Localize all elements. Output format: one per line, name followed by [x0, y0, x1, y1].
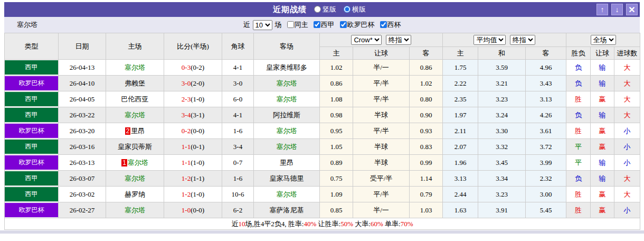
- home-team-cell: 塞尔塔: [106, 202, 164, 218]
- avg-draw-odds: 3.24: [478, 107, 526, 123]
- competition-filter-europa[interactable]: 欧罗巴杯: [336, 20, 375, 30]
- bookmaker-select[interactable]: Crow*: [351, 35, 382, 45]
- full-time-score: 0-3: [182, 63, 191, 71]
- avg-away-odds: 3.72: [526, 139, 566, 155]
- table-row: 西甲 26-04-05 巴伦西亚 2-3(1-0) 6-0 塞尔塔 1.08 平…: [5, 91, 640, 107]
- match-date: 26-03-16: [59, 139, 106, 155]
- result-handicap: 赢: [591, 91, 614, 107]
- header-group-row: 类型 日期 主场 比分(半场) 角球 客场 Crow* 终指 平均值 终指: [5, 33, 640, 47]
- crow-group-header: Crow* 终指: [320, 33, 443, 47]
- away-team-cell: 塞萨洛尼基: [254, 202, 320, 218]
- away-team-cell: 塞尔塔: [254, 76, 320, 91]
- avg-draw-odds: 3.21: [478, 76, 526, 91]
- vertical-radio[interactable]: [314, 6, 321, 13]
- home-team-cell: 巴伦西亚: [106, 91, 164, 107]
- home-team-cell: 塞尔塔: [106, 171, 164, 187]
- away-team-cell: 塞尔塔: [254, 187, 320, 202]
- move-down-button[interactable]: ↓: [611, 4, 623, 15]
- corners-cell: 6-2: [222, 202, 254, 218]
- score-cell: 1-2(1-1): [164, 171, 222, 187]
- summary-row: 近10场,胜4平2负4, 胜率:40% 让胜率:50% 大率:60% 单率:70…: [5, 218, 640, 230]
- layout-option-vertical[interactable]: 竖版: [314, 5, 336, 14]
- corners-cell: 0-7: [222, 155, 254, 171]
- results-table: 类型 日期 主场 比分(半场) 角球 客场 Crow* 终指 平均值 终指: [4, 33, 640, 230]
- home-team-name: 赫罗纳: [125, 190, 145, 198]
- full-time-score: 1-1: [182, 159, 191, 166]
- corners-cell: 1-6: [222, 171, 254, 187]
- half-time-score: (3-1): [191, 111, 204, 119]
- away-team-cell: 塞尔塔: [254, 123, 320, 139]
- summary-segment: 单率:: [383, 220, 401, 228]
- widget-title: 近期战绩: [273, 5, 307, 15]
- avg-home-odds: 2.22: [443, 76, 478, 91]
- subcol-crow-away: 客: [410, 47, 443, 60]
- competition-filter-copa[interactable]: 西杯: [376, 20, 401, 30]
- crow-away-odds: 0.80: [410, 91, 443, 107]
- col-header-corners: 角球: [222, 33, 254, 60]
- close-button[interactable]: ✕: [626, 4, 638, 15]
- average-select[interactable]: 平均值: [473, 35, 506, 45]
- half-time-score: (2-0): [191, 79, 204, 87]
- crow-home-odds: 0.89: [320, 155, 353, 171]
- avg-away-odds: 4.96: [526, 60, 566, 76]
- europa-checkbox[interactable]: [340, 21, 347, 28]
- horizontal-radio[interactable]: [344, 6, 351, 13]
- recent-count-select[interactable]: 10: [253, 20, 272, 30]
- crow-home-odds: 1.05: [320, 139, 353, 155]
- full-time-score: 2-3: [182, 95, 191, 103]
- avg-home-odds: 2.11: [443, 123, 478, 139]
- laliga-checkbox[interactable]: [314, 21, 320, 28]
- subcol-result-wdl: 胜负: [566, 47, 591, 60]
- avg-away-odds: 2.32: [526, 171, 566, 187]
- avg-home-odds: 1.96: [443, 155, 478, 171]
- match-date: 26-04-10: [59, 76, 106, 91]
- competition-cell: 欧罗巴杯: [5, 202, 59, 218]
- filter-bar: 塞尔塔 近 10 场 同主 西甲 欧罗巴杯 西杯: [4, 17, 640, 33]
- competition-filter-laliga[interactable]: 西甲: [309, 20, 335, 30]
- avg-home-odds: 1.97: [443, 107, 478, 123]
- home-team-name: 塞尔塔: [125, 206, 145, 214]
- result-goals: 大: [614, 91, 640, 107]
- fulltime-select[interactable]: 全场: [591, 35, 616, 45]
- half-time-score: (1-0): [191, 190, 204, 198]
- recent-suffix-label: 场: [275, 20, 282, 30]
- avg-draw-odds: 3.45: [478, 155, 526, 171]
- arrow-up-icon: ↑: [601, 5, 604, 14]
- same-home-checkbox[interactable]: [287, 21, 294, 28]
- match-date: 26-04-05: [59, 91, 106, 107]
- summary-segment: 40%: [304, 220, 316, 228]
- crow-away-odds: 1.03: [410, 202, 443, 218]
- fulltime-group-header: 全场: [566, 33, 640, 47]
- full-time-score: 3-4: [182, 111, 191, 119]
- full-time-score: 1-1: [182, 143, 191, 151]
- crow-handicap: 半球: [353, 139, 410, 155]
- corners-cell: 4-1: [222, 60, 254, 76]
- table-row: 西甲 26-03-22 塞尔塔 3-4(3-1) 4-1 阿拉维斯 0.98 半…: [5, 107, 640, 123]
- competition-badge: 西甲: [5, 108, 58, 122]
- home-team-name: 塞尔塔: [125, 63, 145, 71]
- copa-checkbox[interactable]: [380, 21, 387, 28]
- match-date: 26-02-27: [59, 202, 106, 218]
- filters: 近 10 场 同主 西甲 欧罗巴杯 西杯: [243, 20, 401, 30]
- result-handicap: 赢: [591, 139, 614, 155]
- summary-segment: 50%: [340, 220, 353, 228]
- avg-away-odds: 3.13: [526, 91, 566, 107]
- summary-segment: 10: [239, 220, 245, 228]
- crow-stage-select[interactable]: 终指: [386, 35, 411, 45]
- same-home-filter[interactable]: 同主: [283, 20, 308, 30]
- subcol-result-goals: 进球数: [614, 47, 640, 60]
- results-body: 西甲 26-04-13 塞尔塔 0-3(0-2) 4-1 皇家奥维耶多 1.02…: [5, 60, 640, 218]
- crow-handicap: 平/半: [353, 91, 410, 107]
- recent-results-widget: 近期战绩 竖版 横版 ↑ ↓ ✕ 塞尔塔 近 10: [0, 0, 644, 234]
- average-stage-select[interactable]: 终指: [510, 35, 535, 45]
- layout-option-horizontal[interactable]: 横版: [344, 5, 366, 14]
- result-handicap: 输: [591, 171, 614, 187]
- result-handicap: 输: [591, 107, 614, 123]
- move-up-button[interactable]: ↑: [596, 4, 608, 15]
- half-time-score: (0-2): [191, 63, 204, 71]
- crow-away-odds: 0.83: [410, 139, 443, 155]
- avg-away-odds: 4.26: [526, 107, 566, 123]
- home-team-name: 塞尔塔: [125, 111, 145, 119]
- competition-cell: 欧罗巴杯: [5, 76, 59, 91]
- avg-draw-odds: 3.23: [478, 187, 526, 202]
